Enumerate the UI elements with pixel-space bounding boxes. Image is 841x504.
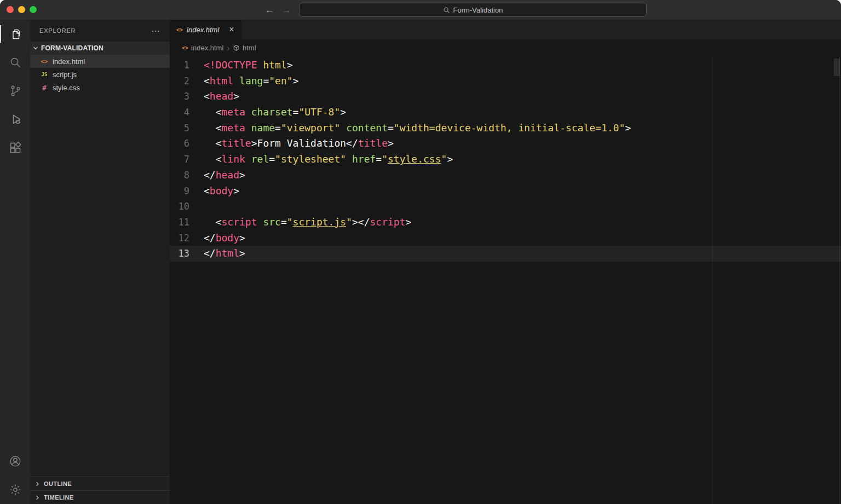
activity-bar — [0, 20, 30, 504]
file-name: script.js — [53, 71, 77, 79]
code-line-1[interactable]: 1<!DOCTYPE html> — [170, 57, 841, 73]
code-line-3[interactable]: 3<head> — [170, 89, 841, 105]
back-button[interactable]: ← — [265, 5, 274, 15]
explorer-sidebar: EXPLORER ⋯ FORM-VALIDATION <>index.htmlJ… — [30, 20, 170, 504]
search-icon — [443, 7, 450, 14]
line-number[interactable]: 6 — [170, 136, 204, 152]
html-file-icon: <> — [176, 27, 183, 33]
code-line-9[interactable]: 9<body> — [170, 183, 841, 199]
tab-bar: <> index.html × — [170, 20, 841, 39]
file-list: <>index.htmlJSscript.js#style.css — [30, 55, 170, 94]
explorer-title: EXPLORER — [39, 27, 148, 34]
code-line-2[interactable]: 2<html lang="en"> — [170, 73, 841, 89]
code-line-5[interactable]: 5 <meta name="viewport" content="width=d… — [170, 120, 841, 136]
breadcrumb-separator: › — [227, 44, 229, 52]
close-window-button[interactable] — [7, 6, 14, 13]
activity-bar-bottom — [0, 447, 30, 504]
line-content: <script src="script.js"></script> — [204, 216, 411, 228]
workbench: EXPLORER ⋯ FORM-VALIDATION <>index.htmlJ… — [0, 20, 841, 504]
code-line-10[interactable]: 10 — [170, 199, 841, 215]
settings-icon[interactable] — [0, 476, 30, 504]
explorer-header: EXPLORER ⋯ — [30, 20, 170, 42]
search-icon[interactable] — [0, 48, 30, 77]
line-number[interactable]: 7 — [170, 152, 204, 167]
line-number[interactable]: 8 — [170, 167, 204, 183]
breadcrumb-symbol-label: html — [243, 44, 256, 52]
tab-close-button[interactable]: × — [227, 25, 235, 34]
minimize-window-button[interactable] — [18, 6, 25, 13]
file-name: style.css — [53, 84, 80, 92]
symbol-cube-icon — [233, 44, 240, 51]
file-name: index.html — [53, 57, 85, 66]
editor-scrollbar[interactable] — [834, 59, 840, 76]
line-content: <meta name="viewport" content="width=dev… — [204, 122, 631, 134]
editor-group: <> index.html × <> index.html › html 1<!… — [170, 20, 841, 504]
extensions-icon[interactable] — [0, 134, 30, 162]
source-control-icon[interactable] — [0, 77, 30, 105]
vscode-window: ← → Form-Validation EXPLORER ⋯ FORM-VALI… — [0, 0, 841, 504]
html-file-icon: <> — [182, 45, 188, 51]
line-number[interactable]: 3 — [170, 89, 204, 105]
code-editor[interactable]: 1<!DOCTYPE html>2<html lang="en">3<head>… — [170, 56, 841, 504]
zoom-window-button[interactable] — [30, 6, 37, 13]
traffic-lights — [7, 6, 37, 13]
chevron-right-icon — [34, 495, 41, 501]
line-content: </body> — [204, 232, 245, 244]
breadcrumb-file-label: index.html — [191, 44, 223, 52]
line-content: <link rel="stylesheet" href="style.css"> — [204, 153, 453, 165]
root-folder-name: FORM-VALIDATION — [41, 44, 103, 52]
code-line-6[interactable]: 6 <title>Form Validation</title> — [170, 136, 841, 152]
line-number[interactable]: 5 — [170, 120, 204, 136]
code-line-12[interactable]: 12</body> — [170, 230, 841, 246]
run-debug-icon[interactable] — [0, 105, 30, 134]
file-index.html[interactable]: <>index.html — [30, 55, 170, 68]
breadcrumb-symbol-item[interactable]: html — [233, 44, 256, 52]
line-number[interactable]: 12 — [170, 230, 204, 246]
breadcrumb-file-item[interactable]: <> index.html — [182, 44, 223, 52]
code-line-4[interactable]: 4 <meta charset="UTF-8"> — [170, 105, 841, 120]
activity-bar-top — [0, 20, 30, 447]
line-content: <title>Form Validation</title> — [204, 137, 394, 149]
line-number[interactable]: 11 — [170, 215, 204, 230]
breadcrumb: <> index.html › html — [170, 39, 841, 56]
history-nav: ← → — [265, 0, 291, 20]
code-line-11[interactable]: 11 <script src="script.js"></script> — [170, 215, 841, 230]
file-style.css[interactable]: #style.css — [30, 81, 170, 94]
tab-label: index.html — [187, 26, 219, 34]
html-file-icon: <> — [40, 58, 49, 65]
file-script.js[interactable]: JSscript.js — [30, 68, 170, 81]
chevron-down-icon — [32, 45, 39, 51]
editor-ruler — [712, 56, 713, 504]
titlebar: ← → Form-Validation — [0, 0, 841, 20]
line-number[interactable]: 4 — [170, 105, 204, 120]
code-line-7[interactable]: 7 <link rel="stylesheet" href="style.css… — [170, 152, 841, 167]
line-content: <body> — [204, 185, 239, 196]
outline-panel-header[interactable]: OUTLINE — [30, 477, 170, 490]
root-folder-row[interactable]: FORM-VALIDATION — [30, 42, 170, 55]
code-lines: 1<!DOCTYPE html>2<html lang="en">3<head>… — [170, 57, 841, 262]
code-line-13[interactable]: 13</html> — [170, 246, 841, 262]
line-number[interactable]: 1 — [170, 57, 204, 73]
line-content: <!DOCTYPE html> — [204, 59, 293, 71]
chevron-right-icon — [34, 481, 41, 487]
sidebar-panels: OUTLINE TIMELINE — [30, 477, 170, 504]
code-line-8[interactable]: 8</head> — [170, 167, 841, 183]
timeline-panel-label: TIMELINE — [44, 494, 74, 501]
js-file-icon: JS — [40, 72, 49, 77]
line-number[interactable]: 10 — [170, 199, 204, 215]
outline-panel-label: OUTLINE — [44, 480, 72, 487]
line-content: <head> — [204, 90, 239, 102]
accounts-icon[interactable] — [0, 447, 30, 476]
explorer-icon[interactable] — [0, 20, 30, 48]
tab-index-html[interactable]: <> index.html × — [170, 20, 241, 39]
line-content: <meta charset="UTF-8"> — [204, 106, 346, 118]
forward-button[interactable]: → — [282, 5, 291, 15]
command-center-text: Form-Validation — [453, 6, 503, 14]
explorer-actions-button[interactable]: ⋯ — [148, 26, 163, 36]
timeline-panel-header[interactable]: TIMELINE — [30, 490, 170, 504]
line-number[interactable]: 2 — [170, 73, 204, 89]
line-number[interactable]: 9 — [170, 183, 204, 199]
line-content: </head> — [204, 169, 245, 181]
command-center-search[interactable]: Form-Validation — [299, 3, 647, 17]
line-number[interactable]: 13 — [170, 246, 204, 262]
